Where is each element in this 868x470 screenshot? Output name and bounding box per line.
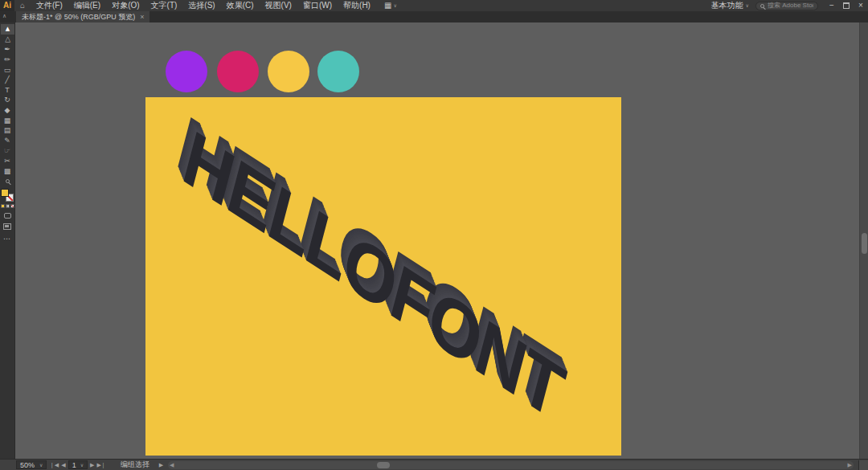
menu-item-window[interactable]: 窗口(W) [297, 0, 338, 11]
paintbrush-tool[interactable]: ✏ [1, 55, 14, 65]
close-button[interactable]: × [854, 0, 868, 11]
main-area: ► ▷ ✒ ✏ ▭ ╱ T ↻ ◆ ▦ ▤ ✎ ☞ ✂ ▩ [0, 22, 868, 459]
arrange-grid-icon: ▦ [384, 0, 391, 11]
scroll-left-icon[interactable]: ◀ [168, 462, 175, 468]
chevron-down-icon: ∨ [80, 462, 84, 468]
pink-circle[interactable] [217, 51, 259, 92]
previous-artboard-button[interactable]: ◀ [61, 462, 65, 468]
chevron-down-icon: ∨ [746, 0, 749, 11]
status-bar: 50% ∨ ❘◀ ◀ 1 ∨ ▶ ▶❘ 编组选择 ▶ ◀ ▶ [0, 459, 868, 470]
rotate-tool[interactable]: ↻ [1, 95, 14, 105]
canvas-pasteboard: HELLOFONT [15, 22, 859, 459]
menu-item-file[interactable]: 文件(F) [31, 0, 68, 11]
home-icon[interactable]: ⌂ [14, 0, 31, 11]
artboard-tool[interactable]: ▤ [1, 125, 14, 136]
menu-bar: Ai ⌂ 文件(F) 编辑(E) 对象(O) 文字(T) 选择(S) 效果(C)… [0, 0, 868, 11]
yellow-circle[interactable] [268, 51, 309, 92]
next-artboard-button[interactable]: ▶ [90, 462, 94, 468]
none-button[interactable] [10, 204, 14, 208]
document-tab-strip: ∧ 未标题-1* @ 50% (RGB/GPU 预览) × [0, 11, 868, 22]
workspace-label: 基本功能 [711, 0, 743, 11]
hand-tool[interactable]: ☞ [1, 145, 14, 156]
hellofont-3d-text[interactable]: HELLOFONT [177, 118, 570, 431]
stock-search-input[interactable]: 搜索 Adobe Stock [755, 2, 818, 10]
pen-tool[interactable]: ✒ [1, 44, 14, 55]
restore-icon [843, 2, 850, 9]
direct-selection-tool[interactable]: ▷ [1, 35, 14, 45]
menu-item-view[interactable]: 视图(V) [260, 0, 297, 11]
fill-swatch[interactable] [1, 189, 9, 197]
menu-item-effect[interactable]: 效果(C) [221, 0, 260, 11]
selection-tool[interactable]: ► [1, 24, 14, 35]
restore-button[interactable] [839, 0, 854, 11]
zoom-level-value: 50% [20, 461, 35, 469]
menu-item-edit[interactable]: 编辑(E) [68, 0, 106, 11]
color-type-buttons [1, 204, 14, 208]
status-tool-label: 编组选择 [121, 460, 149, 470]
draw-mode-button[interactable] [4, 213, 11, 219]
artboard-number-select[interactable]: 1 ∨ [68, 460, 88, 469]
chevron-down-icon: ∨ [39, 462, 43, 468]
illustrator-window: Ai ⌂ 文件(F) 编辑(E) 对象(O) 文字(T) 选择(S) 效果(C)… [0, 0, 868, 470]
search-icon [760, 4, 764, 8]
teal-circle[interactable] [317, 51, 359, 92]
tools-panel: ► ▷ ✒ ✏ ▭ ╱ T ↻ ◆ ▦ ▤ ✎ ☞ ✂ ▩ [0, 22, 15, 459]
tab-close-icon[interactable]: × [140, 13, 144, 21]
horizontal-scrollbar-thumb[interactable] [377, 462, 390, 468]
shape-builder-tool[interactable]: ▦ [1, 115, 14, 125]
document-tab[interactable]: 未标题-1* @ 50% (RGB/GPU 预览) × [16, 11, 149, 22]
rectangle-tool[interactable]: ▭ [1, 64, 14, 75]
scroll-right-icon[interactable]: ▶ [846, 462, 854, 468]
artboard-number-value: 1 [72, 461, 76, 469]
search-placeholder: 搜索 Adobe Stock [768, 0, 813, 11]
horizontal-scrollbar[interactable]: ◀ ▶ [168, 461, 854, 469]
zoom-tool[interactable] [1, 176, 14, 186]
scrollbar-corner [858, 460, 868, 470]
first-artboard-button[interactable]: ❘◀ [50, 462, 59, 468]
eyedropper-tool[interactable]: ✎ [1, 136, 14, 146]
status-flyout-icon[interactable]: ▶ [159, 462, 163, 468]
vertical-scrollbar[interactable] [859, 22, 868, 459]
minimize-button[interactable]: − [825, 0, 839, 11]
eraser-tool[interactable]: ◆ [1, 105, 14, 116]
vertical-scrollbar-thumb[interactable] [862, 233, 867, 254]
gradient-tool[interactable]: ▩ [1, 166, 14, 176]
artboard-navigation: ❘◀ ◀ 1 ∨ ▶ ▶❘ [50, 460, 106, 469]
color-button[interactable] [1, 204, 5, 208]
type-tool[interactable]: T [1, 85, 14, 96]
menu-item-type[interactable]: 文字(T) [145, 0, 183, 11]
zoom-tool-icon [6, 179, 10, 183]
last-artboard-button[interactable]: ▶❘ [96, 462, 105, 468]
edit-toolbar-button[interactable]: ⋯ [3, 235, 11, 243]
workspace-switcher[interactable]: 基本功能 ∨ [705, 0, 755, 11]
arrange-documents-button[interactable]: ▦ ∨ [381, 0, 400, 11]
artboard: HELLOFONT [145, 97, 621, 456]
app-logo: Ai [0, 0, 14, 11]
scissors-tool[interactable]: ✂ [1, 156, 14, 166]
line-segment-tool[interactable]: ╱ [1, 75, 14, 85]
menu-item-object[interactable]: 对象(O) [106, 0, 145, 11]
fill-stroke-control[interactable] [1, 189, 14, 202]
panel-collapse-chevron[interactable]: ∧ [0, 11, 16, 22]
chevron-down-icon: ∨ [393, 0, 396, 11]
screen-mode-button[interactable] [3, 223, 11, 230]
purple-circle[interactable] [166, 51, 207, 92]
zoom-level-select[interactable]: 50% ∨ [16, 460, 47, 469]
menu-item-help[interactable]: 帮助(H) [338, 0, 376, 11]
gradient-button[interactable] [6, 204, 10, 208]
menu-item-select[interactable]: 选择(S) [182, 0, 220, 11]
document-tab-title: 未标题-1* @ 50% (RGB/GPU 预览) [22, 12, 135, 22]
